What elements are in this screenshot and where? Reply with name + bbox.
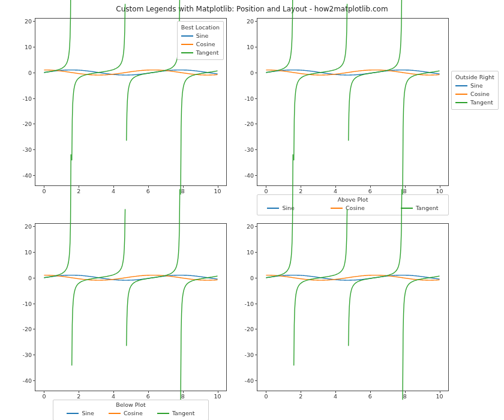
legend-best: Best Location Sine Cosine Tangent: [177, 21, 224, 60]
legend-entry: Cosine: [196, 40, 215, 49]
plot-canvas: [257, 19, 448, 185]
legend-entry: Tangent: [196, 49, 219, 57]
legend-title: Above Plot: [259, 196, 447, 203]
figure: Custom Legends with Matplotlib: Position…: [0, 0, 504, 420]
legend-above-plot: Above Plot Sine Cosine Tangent: [257, 194, 449, 215]
legend-entry: Sine: [470, 82, 483, 90]
axes-bottom-left: -40 -30 -20 -10 0 10 20 0 2 4 6 8 10: [35, 223, 227, 391]
legend-entry: Tangent: [172, 409, 195, 418]
legend-entry: Cosine: [346, 204, 365, 212]
legend-entry: Tangent: [470, 98, 493, 107]
legend-title: Best Location: [181, 24, 220, 31]
tangent-line: [266, 0, 439, 194]
axes-top-left: -40 -30 -20 -10 0 10 20 0 2 4 6 8 10 Bes…: [35, 18, 227, 186]
axes-top-right: -40 -30 -20 -10 0 10 20 0 2 4 6 8 10: [257, 18, 449, 186]
legend-outside-right: Outside Right Sine Cosine Tangent: [451, 71, 499, 110]
plot-canvas: [35, 224, 226, 391]
figure-suptitle: Custom Legends with Matplotlib: Position…: [0, 5, 504, 13]
legend-entry: Sine: [82, 409, 94, 418]
legend-below-plot: Below Plot Sine Cosine Tangent: [53, 400, 209, 420]
legend-entry: Cosine: [470, 90, 490, 98]
legend-entry: Sine: [196, 32, 209, 40]
axes-bottom-right: -40 -30 -20 -10 0 10 20 0 2 4 6 8 10: [257, 223, 449, 391]
legend-entry: Tangent: [416, 204, 439, 212]
legend-title: Below Plot: [56, 401, 206, 408]
plot-canvas: [257, 224, 448, 391]
legend-entry: Cosine: [124, 409, 143, 418]
legend-title: Outside Right: [455, 74, 494, 80]
